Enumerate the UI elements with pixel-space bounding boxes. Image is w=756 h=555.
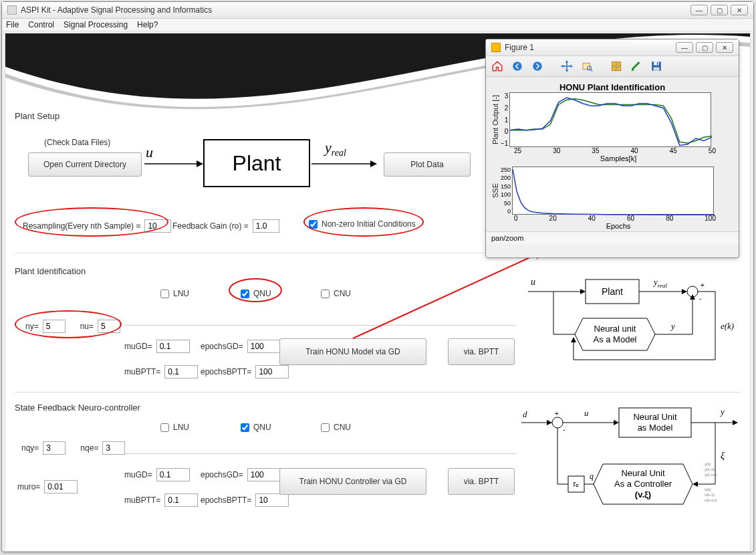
customize-icon[interactable] — [629, 59, 644, 74]
main-titlebar: ASPI Kit - Adaptive Signal Processing an… — [2, 2, 753, 19]
plantid-cnu-checkbox[interactable]: CNU — [321, 289, 351, 298]
svg-text:-: - — [699, 295, 701, 302]
train-honu-model-bptt-button[interactable]: via. BPTT — [448, 338, 515, 365]
ctrl-muGD-input[interactable] — [156, 468, 190, 481]
forward-icon[interactable] — [530, 59, 545, 74]
fig-maximize-button[interactable]: ▢ — [696, 42, 713, 53]
ctrl-muGD-label: muGD= — [124, 470, 152, 479]
chart1-ylabel: Plant Output [-] — [491, 95, 499, 144]
annotation-arrow — [273, 245, 553, 345]
maximize-button[interactable]: ▢ — [711, 5, 728, 15]
feedback-gain-input[interactable] — [253, 219, 279, 233]
figure-titlebar: Figure 1 — ▢ ✕ — [486, 39, 739, 56]
ctrl-qnu-checkbox[interactable]: QNU — [241, 423, 271, 432]
svg-text:-: - — [563, 426, 565, 433]
plantid-muGD-input[interactable] — [156, 340, 190, 353]
svg-marker-6 — [580, 289, 586, 294]
svg-marker-59 — [692, 481, 698, 487]
nonzero-ic-checkbox[interactable]: Non-zero Initial Conditions — [309, 219, 416, 229]
sub-divider-1 — [124, 325, 516, 326]
yreal-symbol: yreal — [325, 139, 346, 158]
ny-input[interactable] — [43, 320, 66, 333]
close-button[interactable]: ✕ — [731, 5, 748, 15]
open-current-directory-button[interactable]: Open Current Directory — [28, 152, 142, 177]
train-honu-controller-bptt-button[interactable]: via. BPTT — [448, 468, 515, 495]
ctrl-lnu-checkbox[interactable]: LNU — [160, 423, 189, 432]
menu-file[interactable]: File — [6, 20, 19, 29]
ctrl-muBPTT-input[interactable] — [164, 493, 198, 507]
nu-input[interactable] — [98, 320, 120, 333]
svg-marker-1 — [197, 160, 203, 167]
save-icon[interactable] — [649, 59, 664, 74]
svg-marker-33 — [547, 420, 552, 425]
plant-identification-label: Plant Identification — [15, 266, 86, 276]
svg-text:y: y — [670, 321, 675, 331]
chart2-xlabel: Epochs — [503, 222, 733, 230]
nonzero-ic-check-input[interactable] — [309, 220, 318, 229]
svg-text:Neural Unit: Neural Unit — [621, 468, 664, 478]
svg-text:As a Model: As a Model — [593, 334, 636, 344]
nqy-input[interactable] — [43, 441, 66, 455]
figure-window: Figure 1 — ▢ ✕ HONU Plant Identification… — [485, 39, 739, 258]
pan-icon[interactable] — [559, 59, 574, 74]
app-title: ASPI Kit - Adaptive Signal Processing an… — [21, 5, 212, 15]
menu-signal-processing[interactable]: Signal Processing — [64, 20, 128, 29]
plantid-muBPTT-input[interactable] — [164, 365, 198, 378]
chart1-xlabel: Samples[k] — [503, 154, 733, 162]
svg-text:y[k-nq]: y[k-nq] — [705, 473, 717, 477]
home-icon[interactable] — [490, 59, 505, 74]
plantid-epochsGD-input[interactable] — [247, 340, 281, 353]
svg-text:as Model: as Model — [638, 423, 673, 433]
muro-input[interactable] — [44, 480, 78, 493]
arrow-yreal — [311, 157, 377, 171]
fig-minimize-button[interactable]: — — [676, 42, 693, 53]
svg-marker-44 — [733, 420, 738, 425]
svg-marker-3 — [370, 160, 377, 167]
svg-text:rₒ: rₒ — [574, 479, 580, 489]
subplots-icon[interactable] — [609, 59, 624, 74]
svg-point-69 — [513, 62, 522, 71]
nqe-input[interactable] — [102, 441, 125, 455]
svg-point-70 — [533, 62, 542, 71]
plantid-lnu-checkbox[interactable]: LNU — [160, 289, 189, 298]
nu-label: nu= — [80, 322, 94, 331]
zoom-icon[interactable] — [580, 59, 594, 74]
menu-help[interactable]: Help? — [137, 20, 158, 29]
ctrl-epochsBPTT-label: epochsBPTT= — [201, 495, 251, 505]
figure-title: Figure 1 — [505, 43, 534, 52]
svg-rect-79 — [617, 62, 621, 66]
plantid-qnu-checkbox[interactable]: QNU — [241, 289, 271, 298]
svg-text:Neural Unit: Neural Unit — [633, 412, 676, 422]
plantid-epochsBPTT-input[interactable] — [255, 365, 289, 378]
arrow-u — [144, 157, 203, 171]
ctrl-epochsGD-input[interactable] — [247, 468, 281, 481]
figure-status: pan/zoom — [486, 231, 739, 244]
svg-text:Plant: Plant — [602, 286, 623, 297]
fig-close-button[interactable]: ✕ — [716, 42, 733, 53]
minimize-button[interactable]: — — [690, 5, 708, 15]
svg-rect-81 — [617, 67, 621, 71]
resampling-label: Resampling(Every nth Sample) = — [23, 221, 140, 231]
svg-text:y: y — [719, 407, 725, 417]
svg-text:+: + — [555, 410, 559, 417]
svg-marker-72 — [565, 70, 569, 72]
back-icon[interactable] — [510, 59, 525, 74]
svg-line-77 — [591, 70, 592, 71]
chart2[interactable] — [512, 166, 714, 215]
svg-text:d: d — [523, 409, 527, 419]
menu-control[interactable]: Control — [28, 20, 54, 29]
train-honu-controller-gd-button[interactable]: Train HONU Controller via GD — [279, 468, 426, 495]
ctrl-epochsBPTT-input[interactable] — [255, 493, 289, 507]
train-honu-model-gd-button[interactable]: Train HONU Model via GD — [279, 338, 426, 365]
svg-text:y[k]: y[k] — [705, 462, 711, 466]
chart1[interactable] — [509, 92, 711, 147]
svg-marker-74 — [570, 65, 573, 68]
plot-data-button[interactable]: Plot Data — [384, 152, 471, 177]
svg-text:yreal: yreal — [652, 277, 667, 289]
controller-diagram: d +- u Neural Unit as Model y rₒ q Neura… — [520, 400, 745, 534]
svg-marker-29 — [571, 337, 576, 342]
resampling-input[interactable] — [144, 219, 171, 233]
check-data-files-label: (Check Data Files) — [44, 138, 110, 147]
ny-label: ny= — [25, 322, 39, 331]
ctrl-cnu-checkbox[interactable]: CNU — [321, 423, 351, 432]
